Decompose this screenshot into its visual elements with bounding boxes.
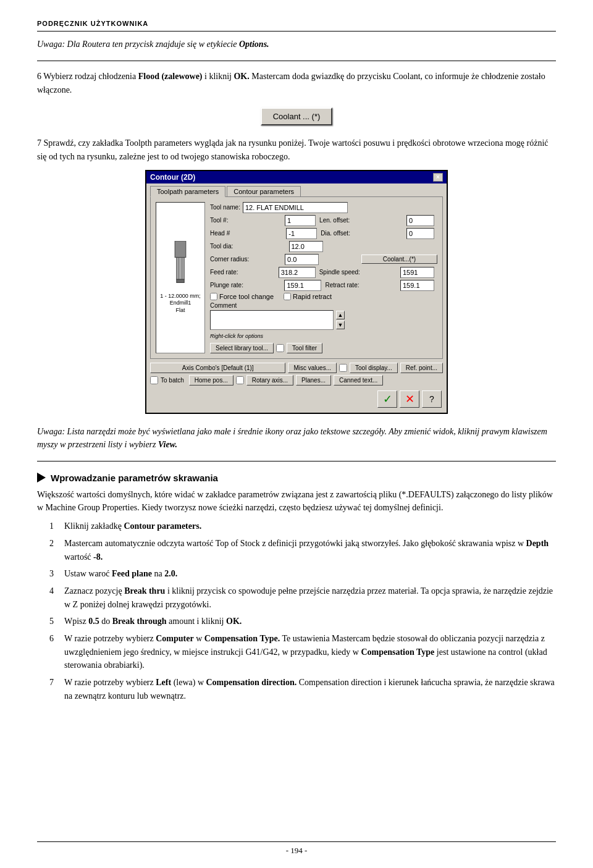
tool-dia-row: Tool dia: (210, 241, 437, 252)
dialog-footer-row2: To batch Home pos... Rotary axis... Plan… (150, 375, 443, 386)
tool-svg-icon (165, 241, 196, 290)
tab-contour-parameters[interactable]: Contour parameters (227, 186, 301, 196)
tab-toolpath-parameters[interactable]: Toolpath parameters (150, 186, 225, 197)
axis-combo-btn[interactable]: Axis Combo's [Default (1)] (150, 363, 285, 373)
list-item-3: 3 Ustaw waroć Feed plane na 2.0. (49, 567, 556, 581)
note2-text: Uwaga: Lista narzędzi może być wyświetla… (37, 427, 547, 449)
tool-name-label: Tool name: (210, 204, 240, 211)
right-click-note: Right-click for options (210, 333, 437, 339)
force-tool-change-checkbox[interactable] (210, 293, 217, 300)
page: PODRĘCZNIK UŻYTKOWNIKA Uwaga: Dla Router… (0, 0, 593, 868)
note2-bold: View. (158, 440, 177, 449)
comment-section: Comment ▲ ▼ (210, 302, 437, 330)
rapid-retract-label[interactable]: Rapid retract (284, 293, 332, 300)
comment-scroll-up[interactable]: ▲ (336, 311, 345, 319)
coolant-button[interactable]: Coolant ... (*) (261, 107, 333, 125)
plunge-rate-input[interactable] (284, 280, 321, 291)
home-pos-btn[interactable]: Home pos... (189, 375, 233, 386)
tool-name-input[interactable] (243, 202, 348, 213)
dialog-close-btn[interactable]: × (433, 173, 443, 182)
intro-note-bold: Options. (239, 40, 269, 49)
dialog-form: Tool name: Tool #: Len. offset: Head # D… (210, 202, 437, 353)
ordered-list: 1 Kliknij zakładkę Contour parameters. 2… (49, 520, 556, 702)
section-intro: Większość wartości domyślnych, które wid… (37, 488, 556, 515)
head-num-label: Head # (210, 230, 282, 237)
tool-preview-type: Flat (175, 307, 185, 313)
retract-rate-input[interactable] (400, 280, 434, 291)
list-num-3: 3 (49, 567, 58, 581)
dialog-footer-rows: Axis Combo's [Default (1)] Misc values..… (146, 363, 447, 388)
coolant-button-area: Coolant ... (*) (37, 107, 556, 125)
list-content-4: Zaznacz pozycję Break thru i kliknij prz… (64, 584, 556, 611)
list-item-1: 1 Kliknij zakładkę Contour parameters. (49, 520, 556, 533)
tool-preview-label: 1 - 12.0000 mm; Endmill1 (160, 293, 201, 306)
comment-scroll-down[interactable]: ▼ (336, 321, 345, 329)
note2: Uwaga: Lista narzędzi może być wyświetla… (37, 425, 556, 451)
spindle-speed-input[interactable] (400, 267, 434, 278)
ok-button[interactable]: ✓ (377, 390, 397, 408)
dialog-tabs: Toolpath parameters Contour parameters (146, 183, 447, 196)
tool-display-checkbox[interactable] (339, 364, 347, 372)
rotary-axis-btn[interactable]: Rotary axis... (246, 375, 293, 386)
list-num-5: 5 (49, 615, 58, 628)
len-offset-label: Len. offset: (319, 217, 403, 224)
list-content-6: W razie potrzeby wybierz Computer w Comp… (64, 632, 556, 672)
canned-text-btn[interactable]: Canned text... (334, 375, 383, 386)
step6-text: 6 Wybierz rodzaj chłodzenia Flood (zalew… (37, 70, 556, 96)
dialog-ok-row: ✓ ✕ ? (146, 388, 447, 413)
separator-1 (37, 61, 556, 61)
corner-radius-label: Corner radius: (210, 256, 281, 263)
planes-btn[interactable]: Planes... (296, 375, 331, 386)
tool-filter-checkbox[interactable] (276, 344, 284, 352)
rapid-retract-text: Rapid retract (293, 293, 332, 300)
rapid-retract-checkbox[interactable] (284, 293, 291, 300)
dia-offset-label: Dia. offset: (321, 230, 403, 237)
comment-textarea[interactable] (210, 310, 334, 330)
tool-label: 1 - 12.0000 mm; Endmill1 Flat (159, 293, 202, 314)
dia-offset-input[interactable] (406, 228, 434, 239)
page-number: - 194 - (286, 846, 308, 855)
head-num-row: Head # Dia. offset: (210, 228, 437, 239)
dialog-footer-row1: Axis Combo's [Default (1)] Misc values..… (150, 363, 443, 373)
to-batch-checkbox[interactable] (150, 376, 158, 384)
header-title: PODRĘCZNIK UŻYTKOWNIKA (37, 20, 148, 27)
len-offset-input[interactable] (406, 215, 434, 226)
list-num-6: 6 (49, 632, 58, 672)
tool-filter-btn[interactable]: Tool filter (287, 343, 322, 353)
comment-label: Comment (210, 302, 437, 309)
svg-rect-0 (175, 241, 186, 258)
help-button[interactable]: ? (422, 390, 442, 408)
dialog-titlebar: Contour (2D) × (146, 171, 447, 183)
list-item-7: 7 W razie potrzeby wybierz Left (lewa) w… (49, 676, 556, 702)
head-num-input[interactable] (286, 228, 317, 239)
corner-radius-input[interactable] (285, 254, 319, 265)
contour-dialog[interactable]: Contour (2D) × Toolpath parameters Conto… (145, 170, 448, 414)
header-bar: PODRĘCZNIK UŻYTKOWNIKA (37, 19, 556, 32)
list-content-2: Mastercam automatycznie odczyta wartość … (64, 537, 556, 563)
step6-block: 6 Wybierz rodzaj chłodzenia Flood (zalew… (37, 70, 556, 96)
tool-num-row: Tool #: Len. offset: (210, 215, 437, 226)
cancel-button[interactable]: ✕ (400, 390, 419, 408)
misc-values-btn[interactable]: Misc values... (288, 363, 337, 373)
feed-rate-input[interactable] (279, 267, 316, 278)
intro-note: Uwaga: Dla Routera ten przycisk znajduje… (37, 38, 556, 51)
feed-rate-row: Feed rate: Spindle speed: (210, 267, 437, 278)
triangle-icon (37, 473, 46, 482)
coolant-btn-dialog[interactable]: Coolant...(*) (361, 255, 437, 264)
dialog-content: 1 - 12.0000 mm; Endmill1 Flat Tool name:… (150, 196, 443, 359)
rotary-axis-checkbox[interactable] (236, 376, 244, 384)
tool-num-label: Tool #: (210, 217, 281, 224)
section-heading: Wprowadzanie parametrów skrawania (37, 473, 556, 483)
tool-display-btn[interactable]: Tool display... (350, 363, 398, 373)
force-tool-change-label[interactable]: Force tool change (210, 293, 274, 300)
tool-name-row: Tool name: (210, 202, 437, 213)
tool-num-input[interactable] (285, 215, 316, 226)
select-library-tool-btn[interactable]: Select library tool... (210, 343, 274, 353)
ref-point-btn[interactable]: Ref. point... (400, 363, 443, 373)
tool-dia-input[interactable] (289, 241, 323, 252)
feed-rate-label: Feed rate: (210, 269, 275, 276)
list-content-7: W razie potrzeby wybierz Left (lewa) w C… (64, 676, 556, 702)
svg-rect-4 (177, 279, 184, 282)
list-item-4: 4 Zaznacz pozycję Break thru i kliknij p… (49, 584, 556, 611)
list-item-6: 6 W razie potrzeby wybierz Computer w Co… (49, 632, 556, 672)
